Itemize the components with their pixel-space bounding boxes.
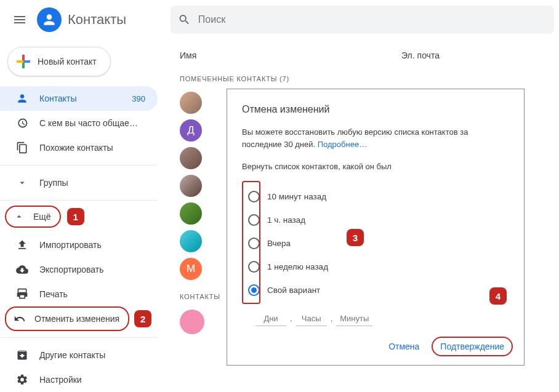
hamburger-menu-button[interactable] bbox=[5, 5, 34, 34]
dialog-description: Вы можете восстановить любую версию спис… bbox=[242, 126, 509, 151]
cancel-button[interactable]: Отмена bbox=[382, 337, 425, 356]
custom-minutes-input[interactable]: Минуты bbox=[336, 314, 372, 326]
plus-icon bbox=[17, 55, 30, 68]
callout-outline-3 bbox=[242, 181, 260, 304]
column-name: Имя bbox=[180, 50, 401, 60]
divider bbox=[0, 165, 158, 166]
gear-icon bbox=[16, 374, 28, 386]
callout-badge-4: 4 bbox=[489, 287, 507, 305]
custom-hours-input[interactable]: Часы bbox=[296, 314, 327, 326]
restore-point-radio-group: 3 10 минут назад 1 ч. назад Вчера 1 неде… bbox=[242, 180, 509, 306]
hamburger-icon bbox=[12, 12, 27, 27]
radio-option-1hour[interactable]: 1 ч. назад bbox=[248, 208, 509, 231]
contact-avatar[interactable] bbox=[180, 175, 202, 197]
dialog-subtitle: Вернуть список контактов, какой он был bbox=[242, 162, 509, 171]
upload-icon bbox=[16, 239, 28, 251]
new-contact-button[interactable]: Новый контакт bbox=[7, 47, 111, 76]
sidebar-item-export[interactable]: Экспортировать bbox=[0, 257, 158, 282]
sidebar-item-settings[interactable]: Настройки bbox=[0, 367, 158, 392]
contact-avatar[interactable] bbox=[180, 310, 204, 334]
sidebar-item-print[interactable]: Печать bbox=[0, 282, 158, 306]
chevron-up-icon bbox=[14, 211, 25, 222]
divider bbox=[0, 337, 158, 338]
radio-option-custom[interactable]: Свой вариант bbox=[248, 278, 509, 302]
dialog-title: Отмена изменений bbox=[242, 104, 509, 115]
contacts-avatars: Д М bbox=[180, 92, 223, 280]
archive-icon bbox=[16, 349, 28, 361]
new-contact-label: Новый контакт bbox=[38, 57, 97, 66]
search-bar[interactable] bbox=[171, 6, 554, 34]
person-icon bbox=[41, 12, 57, 28]
radio-option-10min[interactable]: 10 минут назад bbox=[248, 185, 509, 208]
search-icon bbox=[178, 13, 191, 26]
learn-more-link[interactable]: Подробнее… bbox=[318, 140, 367, 149]
sidebar-item-contacts[interactable]: Контакты 390 bbox=[0, 86, 158, 111]
contact-avatar[interactable] bbox=[180, 202, 202, 225]
app-title: Контакты bbox=[68, 12, 126, 28]
history-icon bbox=[16, 117, 28, 129]
app-header: Контакты bbox=[0, 0, 559, 39]
chevron-down-icon bbox=[16, 177, 28, 189]
column-headers: Имя Эл. почта bbox=[180, 39, 552, 68]
radio-option-1week[interactable]: 1 неделю назад bbox=[248, 255, 509, 278]
callout-badge-3: 3 bbox=[347, 229, 364, 246]
print-icon bbox=[16, 288, 28, 300]
undo-icon bbox=[14, 313, 26, 325]
custom-time-inputs: Дни, Часы, Минуты bbox=[242, 314, 509, 326]
contact-avatar[interactable] bbox=[180, 230, 202, 252]
sidebar-item-undo-changes[interactable]: Отменить изменения bbox=[5, 306, 129, 331]
divider bbox=[0, 200, 158, 201]
contact-avatar[interactable] bbox=[180, 147, 202, 169]
sidebar-more-toggle[interactable]: Ещё bbox=[5, 206, 61, 228]
callout-badge-2: 2 bbox=[134, 310, 151, 327]
radio-option-yesterday[interactable]: Вчера bbox=[248, 231, 509, 255]
contact-avatar[interactable] bbox=[180, 92, 202, 114]
sidebar-groups-toggle[interactable]: Группы bbox=[0, 170, 158, 195]
cloud-download-icon bbox=[16, 263, 28, 276]
sidebar-item-other-contacts[interactable]: Другие контакты bbox=[0, 343, 158, 367]
contact-avatar[interactable]: М bbox=[180, 258, 202, 280]
confirm-button[interactable]: Подтверждение bbox=[432, 337, 513, 356]
section-starred-label: ПОМЕЧЕННЫЕ КОНТАКТЫ (7) bbox=[180, 68, 552, 86]
person-icon bbox=[16, 92, 28, 105]
contact-avatar[interactable]: Д bbox=[180, 119, 202, 142]
sidebar-item-similar[interactable]: Похожие контакты bbox=[0, 135, 158, 160]
dialog-actions: Отмена Подтверждение bbox=[382, 337, 513, 356]
column-email: Эл. почта bbox=[401, 50, 440, 60]
custom-days-input[interactable]: Дни bbox=[255, 314, 286, 326]
contacts-logo bbox=[37, 7, 62, 32]
search-input[interactable] bbox=[198, 14, 547, 25]
callout-badge-1: 1 bbox=[67, 208, 84, 225]
copy-icon bbox=[16, 142, 28, 154]
undo-changes-dialog: Отмена изменений Вы можете восстановить … bbox=[227, 89, 525, 366]
sidebar: Новый контакт Контакты 390 С кем вы част… bbox=[0, 39, 158, 392]
sidebar-item-frequent[interactable]: С кем вы часто общае… bbox=[0, 111, 158, 135]
sidebar-item-import[interactable]: Импортировать bbox=[0, 233, 158, 257]
